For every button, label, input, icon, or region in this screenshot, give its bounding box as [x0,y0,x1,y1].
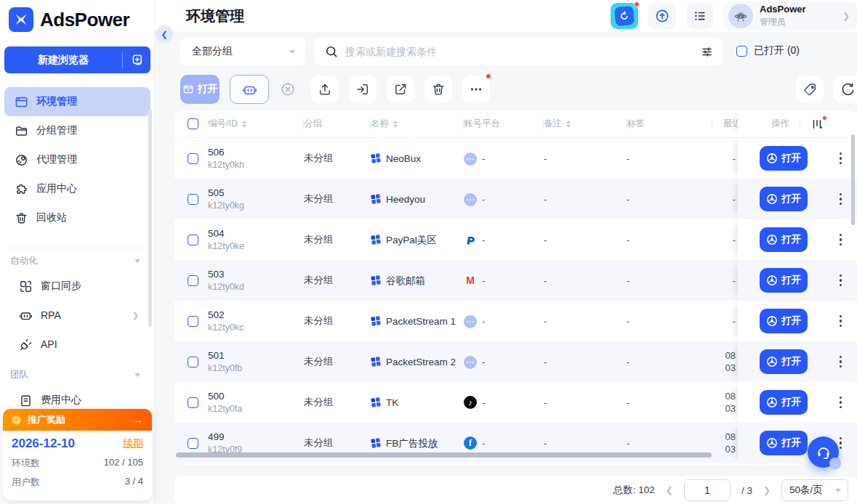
sort-icon[interactable] [393,121,398,128]
row-checkbox[interactable] [188,275,198,286]
sidebar-item-recycle-bin[interactable]: 回收站 [4,203,150,232]
sidebar-item-environments[interactable]: 环境管理 [4,87,150,116]
row-more-menu[interactable] [837,394,845,411]
renew-link[interactable]: 续期 [123,437,143,450]
chevron-down-icon [835,489,841,492]
plus-copy-icon[interactable] [123,53,150,68]
sidebar-item-rpa[interactable]: RPA ❯ [4,301,150,330]
sidebar-item-label: 回收站 [36,211,67,224]
page-input[interactable] [684,479,731,501]
env-name: FB广告投放 [386,437,438,450]
vertical-scrollbar[interactable] [851,134,855,225]
open-environment-button[interactable]: 打开 [760,146,808,171]
browser-icon [766,153,778,164]
task-list-button[interactable] [686,3,714,29]
table-row[interactable]: 501 k12ty0fb 未分组 PacketStream 2 - - - 08… [174,341,857,382]
open-environment-button[interactable]: 打开 [760,309,808,333]
open-environment-button[interactable]: 打开 [760,268,808,293]
sidebar-scrollbar[interactable] [148,109,152,327]
sidebar-item-window-sync[interactable]: 窗口同步 [4,272,150,301]
tag-icon [802,82,818,97]
column-settings-button[interactable] [810,118,824,131]
column-header-id[interactable]: 编号/ID [208,118,304,129]
new-browser-button[interactable]: 新建浏览器 [4,46,150,73]
share-export-icon [393,82,408,97]
sidebar-item-label: API [41,338,57,350]
open-environment-button[interactable]: 打开 [760,431,808,455]
row-more-menu[interactable] [837,313,845,330]
rpa-task-button[interactable] [230,75,269,104]
row-more-menu[interactable] [837,232,845,248]
row-checkbox[interactable] [188,235,198,245]
prev-page-button[interactable]: ❮ [666,485,673,495]
sort-icon[interactable] [566,121,571,128]
table-row[interactable]: 503 k12ty0kd 未分组 谷歌邮箱 M - - - - 打开 [174,260,857,301]
open-environment-button[interactable]: 打开 [760,390,808,415]
horizontal-scrollbar[interactable] [176,452,712,458]
sync-button[interactable] [648,3,676,29]
cell-platform: - [464,354,544,369]
search-icon [324,44,339,59]
row-checkbox[interactable] [188,153,198,164]
open-environment-button[interactable]: 打开 [760,187,808,211]
more-actions-button[interactable] [462,76,490,103]
sidebar-item-apps[interactable]: 应用中心 [4,174,150,203]
generic-platform-icon [464,315,477,328]
next-page-button[interactable]: ❯ [763,485,771,495]
notification-dot [634,1,640,7]
tags-button[interactable] [796,76,824,103]
filter-sliders-icon[interactable] [700,45,714,59]
sidebar-item-proxies[interactable]: 代理管理 [4,145,150,174]
cell-platform: - [464,151,544,166]
opened-checkbox[interactable] [736,46,747,57]
section-team[interactable]: 团队 [4,368,150,381]
cell-action: 打开 [738,382,857,423]
export-upload-button[interactable] [311,76,339,103]
search-input[interactable] [345,46,700,57]
cell-tag: - [627,316,712,327]
column-header-name[interactable]: 名称 [371,118,464,129]
quick-launch-button[interactable] [611,3,638,29]
table-row[interactable]: 506 k12ty0kh 未分组 NeoBux - - - - 打开 [174,138,857,179]
row-checkbox[interactable] [188,397,198,408]
sidebar-item-api[interactable]: API [4,330,150,359]
open-environment-button[interactable]: 打开 [760,227,808,252]
sidebar-collapse-button[interactable]: ❮ [156,25,173,43]
platform-account: - [482,235,485,245]
customer-support-button[interactable]: → [808,436,839,468]
row-checkbox[interactable] [188,316,198,327]
import-button[interactable] [349,76,377,103]
row-checkbox[interactable] [188,357,198,367]
facebook-icon: f [464,436,477,450]
section-automation[interactable]: 自动化 [4,254,150,267]
bulk-open-button[interactable]: 打开 [180,75,220,104]
account-menu[interactable]: AdsPower 管理员 ❯ [723,1,857,31]
sort-icon[interactable] [242,121,246,128]
row-checkbox[interactable] [188,438,198,449]
row-more-menu[interactable] [837,272,845,289]
table-row[interactable]: 502 k12ty0kc 未分组 PacketStream 1 - - - - … [174,301,857,341]
refresh-button[interactable] [834,76,857,103]
select-all-checkbox[interactable] [188,118,198,129]
promo-banner[interactable]: 推广奖励 → [3,409,152,431]
open-environment-button[interactable]: 打开 [760,349,808,374]
row-more-menu[interactable] [837,150,845,167]
page-size-select[interactable]: 50条/页 [781,479,848,501]
sidebar-item-groups[interactable]: 分组管理 [4,116,150,145]
close-all-button[interactable] [274,76,302,103]
table-row[interactable]: 500 k12ty0fa 未分组 TK ♪ - - - 08 03 打开 [174,382,857,423]
delete-button[interactable] [425,76,452,103]
row-more-menu[interactable] [837,354,845,370]
table-row[interactable]: 505 k12ty0kg 未分组 Heedyou - - - - 打开 [174,179,857,219]
env-id: k12ty0kh [208,160,304,170]
row-checkbox[interactable] [188,194,198,205]
row-more-menu[interactable] [837,191,845,208]
browser-window-icon [182,84,194,95]
table-header-row: 编号/ID 分组 名称 账号平台 备注 标签 最近打开 操作 [174,110,857,138]
group-filter-select[interactable]: 全部分组 [180,38,305,65]
quick-launch-icon [614,6,635,27]
env-id: k12ty0fa [208,404,304,414]
table-row[interactable]: 504 k12ty0ke 未分组 PayPal美区 P - - - - 打开 [174,219,857,260]
column-header-note[interactable]: 备注 [544,118,627,129]
share-button[interactable] [387,76,414,103]
